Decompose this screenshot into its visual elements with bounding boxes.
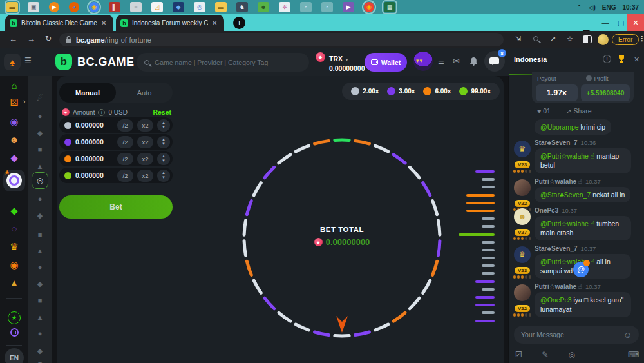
spade-icon[interactable]: ♠ — [4, 54, 21, 70]
rank-list-icon[interactable]: ☰ — [438, 57, 444, 66]
double-button[interactable]: x2 — [137, 153, 153, 165]
half-button[interactable]: /2 — [117, 136, 133, 148]
firefox-icon[interactable]: ◕ — [69, 2, 79, 12]
double-button[interactable]: x2 — [137, 119, 153, 132]
media-player-icon[interactable]: ▶ — [49, 2, 59, 12]
install-icon[interactable]: ⇲ — [515, 35, 521, 43]
window-close-button[interactable]: ✕ — [627, 14, 644, 31]
language-button[interactable]: EN — [5, 348, 24, 363]
amount-stepper[interactable]: ▲▼ — [157, 119, 170, 132]
paint-app-icon[interactable]: ◿ — [151, 2, 163, 12]
balance-selector[interactable]: ◆ TRX ▾ 0.00000000 — [316, 52, 365, 72]
bcgame-logo[interactable]: b BC.GAME — [55, 54, 135, 70]
reset-button[interactable]: Reset — [153, 108, 171, 116]
double-button[interactable]: x2 — [137, 136, 153, 148]
amount-stepper[interactable]: ▲▼ — [157, 136, 170, 148]
username[interactable]: Star♣Seven_7 — [535, 139, 578, 146]
window-minimize-button[interactable]: — — [598, 14, 613, 31]
username[interactable]: Putri☆walahe ☝ — [535, 283, 582, 290]
chat-message-list[interactable]: @Uborampe krimi cip♛V23Star♣Seven_710:36… — [509, 117, 644, 324]
tab-manual[interactable]: Manual — [59, 83, 116, 103]
chat-region-chevron-icon[interactable]: › — [545, 56, 547, 63]
game-search-input[interactable]: Game name | Provider | Category Tag — [137, 53, 309, 72]
side-panel-icon[interactable] — [583, 35, 592, 43]
new-tab-button[interactable]: + — [233, 17, 245, 29]
sidebar-item-recent[interactable] — [0, 328, 28, 338]
bet-amount-value[interactable]: 0.000000 — [75, 121, 113, 129]
tray-clock[interactable]: 10:37 — [622, 4, 639, 11]
sidebar-item-lottery[interactable]: ◆ — [0, 152, 28, 164]
bet-input-row-1[interactable]: 0.000000/2x2▲▼ — [59, 134, 173, 150]
sidebar-game-icon-6[interactable]: ◆ — [28, 211, 52, 220]
bet-result-card[interactable]: Payout Profit 1.97x +5.59608040 — [532, 72, 634, 103]
sidebar-item-casino[interactable]: ⚄› — [0, 97, 28, 108]
avatar[interactable]: ♛ — [514, 141, 531, 157]
kmplayer-icon[interactable]: ▶ — [343, 2, 354, 12]
chat-message[interactable]: V22Putri☆walahe ☝10:37@OnePc3 iya □ kese… — [509, 283, 644, 317]
keyboard-icon[interactable]: ⌨ — [628, 350, 639, 359]
emoji-icon[interactable]: ☺ — [623, 330, 632, 340]
dice-tool-icon[interactable]: ⚂ — [515, 350, 522, 359]
avatar[interactable]: ☻ — [514, 208, 531, 225]
search-app-icon[interactable]: ◎ — [194, 2, 205, 12]
forward-button[interactable]: → — [27, 34, 35, 44]
book-app-icon[interactable]: ▌ — [109, 2, 120, 12]
trophy-icon[interactable] — [617, 54, 626, 63]
zoom-icon[interactable] — [533, 35, 538, 43]
mention-link[interactable]: @Uborampe — [540, 123, 579, 131]
reload-button[interactable]: ↻ — [45, 34, 52, 43]
chat-region-tab[interactable]: Indonesia — [514, 55, 547, 63]
bet-amount-value[interactable]: 0.000000 — [75, 155, 113, 162]
amount-stepper[interactable]: ▲▼ — [157, 153, 170, 165]
chat-message[interactable]: @Star♣Seven_7 aminn — [509, 322, 644, 324]
username[interactable]: Star♣Seven_7 — [535, 245, 578, 252]
sidebar-game-icon-2[interactable]: ◆ — [28, 129, 52, 137]
sidebar-item-vip-club[interactable]: ☻ — [0, 134, 28, 145]
sidebar-game-ring-of-fortune-active[interactable]: ◎ — [32, 172, 48, 189]
chat-info-icon[interactable]: ! — [603, 55, 611, 63]
chrome-icon[interactable]: ◉ — [89, 2, 99, 12]
sidebar-item-home[interactable]: ⌂ — [0, 80, 28, 91]
sidebar-game-icon-9[interactable]: ● — [28, 263, 52, 271]
sidebar-game-icon-8[interactable]: ▲ — [28, 247, 52, 255]
sidebar-game-icon-15[interactable]: ■ — [28, 360, 52, 363]
mention-jump-button[interactable]: @ — [573, 262, 589, 277]
sidebar-item-rewards[interactable]: ▲ — [0, 277, 28, 288]
chat-message[interactable]: ☻V27OnePc310:37@Putri☆walahe ☝ tumben ma… — [509, 207, 644, 240]
sidebar-item-originals[interactable]: ★ — [3, 170, 25, 191]
sidebar-game-icon-13[interactable]: ● — [28, 329, 52, 337]
bet-amount-value[interactable]: 0.000000 — [75, 138, 113, 146]
sidebar-game-icon-0[interactable]: ☄ — [28, 94, 52, 103]
sidebar-game-icon-7[interactable]: ■ — [28, 231, 52, 239]
browser-tab-1[interactable]: b Bitcoin Classic Dice Game - Play | ✕ — [5, 15, 113, 31]
photoshop-icon[interactable]: ◆ — [173, 2, 184, 12]
faded-app-icon[interactable]: ▫ — [300, 2, 312, 12]
coinflip-tool-icon[interactable]: ◎ — [569, 350, 575, 359]
user-avatar[interactable] — [413, 52, 433, 71]
green-character-app-icon[interactable]: ☻ — [258, 2, 269, 12]
file-explorer-icon[interactable]: ▬ — [6, 2, 18, 12]
sidebar-item-star-bonus[interactable]: ★ — [0, 311, 28, 324]
bet-input-row-0[interactable]: 0.000000/2x2▲▼ — [59, 117, 173, 133]
chat-close-icon[interactable]: ✕ — [634, 55, 639, 64]
chat-toggle-button[interactable]: 8 — [484, 51, 505, 72]
username[interactable]: OnePc3 — [535, 207, 558, 214]
double-button[interactable]: x2 — [137, 170, 153, 182]
browser-menu-icon[interactable]: ⋮ — [638, 35, 644, 43]
browser-profile-avatar[interactable] — [598, 34, 609, 45]
bet-input-row-3[interactable]: 0.000000/2x2▲▼ — [59, 168, 173, 183]
tab1-close-icon[interactable]: ✕ — [101, 19, 106, 26]
faded-app2-icon[interactable]: ▫ — [321, 2, 333, 12]
bet-input-row-2[interactable]: 0.000000/2x2▲▼ — [59, 151, 173, 166]
username[interactable]: Putri☆walahe ☝ — [535, 178, 582, 185]
tray-language[interactable]: ENG — [602, 4, 616, 11]
sidebar-game-icon-11[interactable]: ■ — [28, 297, 52, 304]
chat-message[interactable]: V22Putri☆walahe ☝10:37@Star♣Seven_7 neka… — [509, 178, 644, 202]
bird-app-icon[interactable]: ♞ — [236, 2, 248, 12]
wallet-button[interactable]: Wallet — [365, 53, 407, 72]
sidebar-game-icon-1[interactable]: ● — [28, 112, 52, 120]
photo-viewer-icon[interactable]: ▣ — [28, 2, 39, 12]
folder-app-icon[interactable]: ▬ — [215, 2, 227, 12]
bet-amount-value[interactable]: 0.000000 — [75, 172, 113, 179]
sidebar-game-icon-10[interactable]: ◆ — [28, 280, 52, 288]
